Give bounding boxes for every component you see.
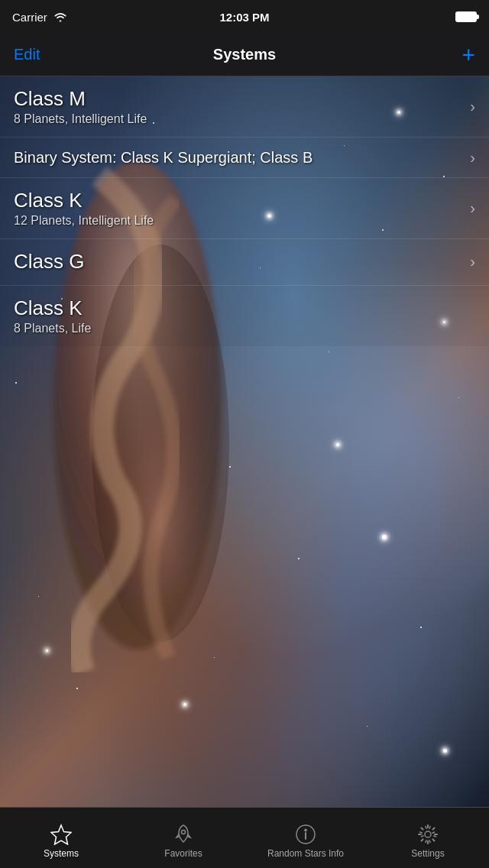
list-item-3-content: Class K 12 Planets, Intelligent Life — [14, 189, 470, 228]
tab-bar: Systems Favorites Random Stars Info — [0, 807, 489, 868]
list-item-5[interactable]: Class K 8 Planets, Life — [0, 286, 489, 346]
gear-icon — [417, 824, 439, 845]
svg-point-3 — [182, 830, 186, 834]
list-item-4[interactable]: Class G › — [0, 239, 489, 285]
status-left: Carrier — [12, 11, 67, 24]
svg-point-7 — [425, 831, 431, 837]
rocket-svg — [173, 824, 194, 845]
list-item-5-title: Class K — [14, 296, 475, 320]
list-item-3-title: Class K — [14, 189, 470, 212]
chevron-icon-3: › — [470, 199, 475, 217]
tab-systems-label: Systems — [44, 848, 79, 859]
list-item-2[interactable]: Binary System: Class K Supergiant; Class… — [0, 138, 489, 178]
list-item-5-subtitle: 8 Planets, Life — [14, 322, 475, 335]
add-button[interactable]: + — [461, 44, 475, 66]
tab-random-stars-label: Random Stars Info — [267, 848, 344, 859]
tab-settings-label: Settings — [411, 848, 444, 859]
list-item-1-subtitle: 8 Planets, Intelligent Life — [14, 112, 470, 126]
list-item-5-content: Class K 8 Planets, Life — [14, 296, 475, 335]
battery-icon — [455, 11, 477, 22]
list-item-1-content: Class M 8 Planets, Intelligent Life — [14, 87, 470, 126]
list-item-4-content: Class G — [14, 250, 470, 274]
edit-button[interactable]: Edit — [14, 46, 40, 63]
status-right — [455, 11, 477, 22]
star-svg — [50, 824, 72, 845]
chevron-icon-4: › — [470, 253, 475, 270]
svg-point-6 — [305, 829, 307, 831]
gear-svg — [417, 824, 439, 845]
list-item-1-title: Class M — [14, 87, 470, 111]
svg-marker-2 — [51, 825, 71, 844]
rocket-icon — [173, 824, 194, 845]
list-item-2-content: Binary System: Class K Supergiant; Class… — [14, 148, 470, 167]
list-item-3[interactable]: Class K 12 Planets, Intelligent Life › — [0, 178, 489, 239]
tab-favorites-label: Favorites — [164, 848, 202, 859]
star-icon — [50, 824, 72, 845]
tab-settings[interactable]: Settings — [367, 818, 489, 859]
chevron-icon-2: › — [470, 149, 475, 167]
tab-systems[interactable]: Systems — [0, 818, 122, 859]
nav-title: Systems — [213, 46, 276, 63]
wifi-icon — [53, 11, 67, 22]
list-item-3-subtitle: 12 Planets, Intelligent Life — [14, 214, 470, 228]
tab-random-stars[interactable]: Random Stars Info — [244, 818, 367, 859]
list-item-1[interactable]: Class M 8 Planets, Intelligent Life › — [0, 76, 489, 138]
info-svg — [295, 824, 316, 845]
main-content: Class M 8 Planets, Intelligent Life › Bi… — [0, 76, 489, 807]
info-icon — [295, 824, 316, 845]
list-item-4-title: Class G — [14, 250, 470, 274]
carrier-label: Carrier — [12, 11, 47, 24]
nav-bar: Edit Systems + — [0, 34, 489, 76]
tab-favorites[interactable]: Favorites — [122, 818, 244, 859]
list-item-2-title: Binary System: Class K Supergiant; Class… — [14, 148, 470, 167]
chevron-icon-1: › — [470, 98, 475, 115]
status-bar: Carrier 12:03 PM — [0, 0, 489, 34]
status-time: 12:03 PM — [219, 11, 269, 24]
items-container: Class M 8 Planets, Intelligent Life › Bi… — [0, 76, 489, 346]
